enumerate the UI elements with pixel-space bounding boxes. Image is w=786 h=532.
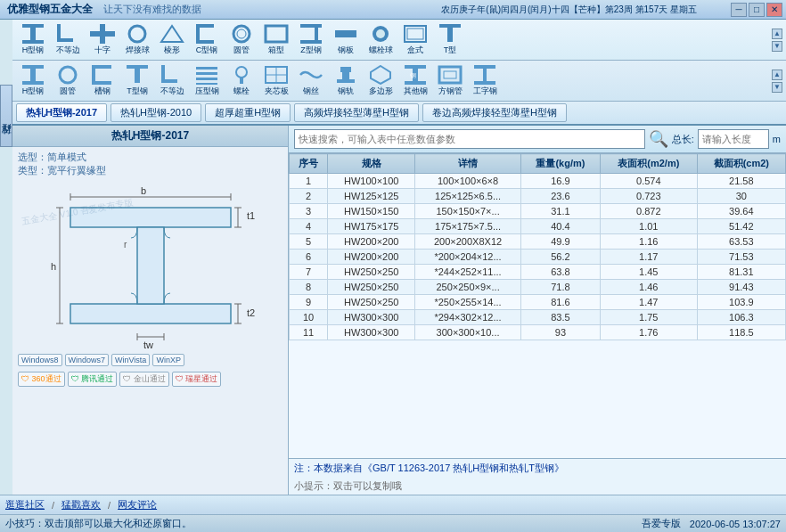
tb2-item-jiabanxin[interactable]: 夹芯板 [259,62,293,99]
table-row[interactable]: 10HW300×300*294×302×12...83.51.75106.3 [290,310,786,325]
tb1-item-budengbian[interactable]: 不等边 [51,21,85,58]
tb1-item-cxing[interactable]: C型钢 [190,21,224,58]
luoshuan-icon [228,64,255,86]
status-version: 吾爱专版 [642,517,681,530]
tb1-item-heshi[interactable]: 盒式 [398,21,432,58]
nav-link-comment[interactable]: 网友评论 [118,498,157,512]
tb2-item-canggang[interactable]: 槽钢 [86,62,119,99]
table-row[interactable]: 11HW300×300300×300×10...931.76118.5 [290,325,786,340]
nav-link-like[interactable]: 猛戳喜欢 [61,498,101,512]
subtype-tab-1[interactable]: 热轧H型钢-2010 [111,103,201,122]
tb2-item-qitagang[interactable]: 钢 其他钢 [398,62,432,99]
svg-rect-16 [315,28,318,40]
search-bar: 🔍 总长: m [289,126,786,153]
tb2-item-txing2[interactable]: T型钢 [120,62,154,99]
data-table-container[interactable]: 序号 规格 详情 重量(kg/m) 表面积(m2/m) 截面积(cm2) 1HW… [289,153,786,458]
table-cell: 63.8 [520,265,600,280]
yaxing-icon [193,64,220,86]
table-row[interactable]: 9HW250×250*250×255×14...81.61.47103.9 [290,295,786,310]
os-badge-win8: Windows8 [18,354,62,366]
tb1-item-shizi[interactable]: 十字 [86,21,119,58]
table-row[interactable]: 7HW250×250*244×252×11...63.81.4581.31 [290,265,786,280]
tb1-item-luoshuanqiu[interactable]: 螺栓球 [364,21,397,58]
toolbar1-nav-up[interactable]: ▲ [772,29,782,39]
tb2-item-yaxing[interactable]: 压型钢 [190,62,224,99]
svg-rect-25 [22,65,44,69]
search-input[interactable] [294,129,645,149]
svg-rect-27 [30,69,36,81]
table-cell: 81.31 [697,265,785,280]
subtype-tab-0[interactable]: 热轧H型钢-2017 [16,103,107,122]
tb2-item-luoshuan[interactable]: 螺栓 [225,62,258,99]
data-table: 序号 规格 详情 重量(kg/m) 表面积(m2/m) 截面积(cm2) 1HW… [289,153,786,340]
tb1-item-zxing[interactable]: Z型钢 [294,21,328,58]
tb1-item-yuanguan[interactable]: 圆管 [225,21,258,58]
tb2-item-hxing[interactable]: H型钢 [16,62,50,99]
hxing2-icon [20,64,46,86]
tb1-item-txing[interactable]: T型 [433,21,467,58]
subtype-tab-2[interactable]: 超厚超重H型钢 [205,103,291,122]
table-row[interactable]: 8HW250×250250×250×9×...71.81.4691.43 [290,280,786,295]
table-cell: 21.58 [697,174,785,189]
minimize-button[interactable]: ─ [731,3,747,17]
svg-point-40 [236,67,247,78]
verify-360: 🛡 360通过 [18,372,65,387]
xingcai-tab[interactable]: 型材 [0,85,12,147]
table-cell: HW250×250 [328,265,415,280]
svg-rect-22 [407,29,423,39]
table-cell: HW150×150 [328,204,415,219]
table-cell: 1.01 [600,219,697,234]
table-cell: 106.3 [697,310,785,325]
table-row[interactable]: 1HW100×100100×100×6×816.90.57421.58 [290,174,786,189]
jiabanxin-label: 夹芯板 [265,86,289,97]
nav-link-forum[interactable]: 逛逛社区 [5,498,45,512]
xiangxing-label: 箱型 [268,45,284,56]
search-icon[interactable]: 🔍 [649,129,668,149]
tb1-item-hanjiequiu[interactable]: 焊接球 [120,21,154,58]
status-datetime: 2020-06-05 13:07:27 [690,519,781,529]
subtype-tab-3[interactable]: 高频焊接轻型薄壁H型钢 [294,103,419,122]
ganggui-icon [332,64,359,86]
table-row[interactable]: 3HW150×150150×150×7×...31.10.87239.64 [290,204,786,219]
maximize-button[interactable]: □ [749,3,765,17]
table-cell: 0.723 [600,189,697,204]
toolbar2-nav-up[interactable]: ▲ [772,70,782,80]
status-bar: 小技巧：双击顶部可以最大化和还原窗口。 吾爱专版 2020-06-05 13:0… [0,514,786,532]
luoshuan-label: 螺栓 [233,86,250,97]
table-row[interactable]: 2HW125×125125×125×6.5...23.60.72330 [290,189,786,204]
table-row[interactable]: 6HW200×200*200×204×12...56.21.1771.53 [290,250,786,265]
tb2-item-ganggui[interactable]: 钢轨 [329,62,363,99]
col-header-weight: 重量(kg/m) [520,154,600,174]
tb1-item-xiangxing[interactable]: 箱型 [259,21,293,58]
table-cell: *294×302×12... [415,310,521,325]
svg-text:钢: 钢 [409,72,416,78]
tb2-item-budengbian2[interactable]: 不等边 [155,62,189,99]
tb2-item-fanganguan[interactable]: 方钢管 [433,62,467,99]
tb1-item-leng[interactable]: 棱形 [155,21,189,58]
xiangxing-icon [263,23,290,45]
table-cell: 9 [290,295,328,310]
toolbar1-nav-down[interactable]: ▼ [772,41,782,52]
table-cell: 8 [290,280,328,295]
tb1-item-gangban[interactable]: 钢板 [329,21,363,58]
table-row[interactable]: 5HW200×200200×200X8X1249.91.1663.53 [290,234,786,250]
tb2-item-gangsi[interactable]: 钢丝 [294,62,328,99]
tb2-item-gongzixing[interactable]: 工字钢 [468,62,502,99]
subtype-tab-4[interactable]: 卷边高频焊接轻型薄壁H型钢 [422,103,567,122]
toolbar2-nav-down[interactable]: ▼ [772,82,782,93]
tb1-item-hxing[interactable]: H型钢 [16,21,50,58]
table-note: 注：本数据来自《GB/T 11263-2017 热轧H型钢和热轧T型钢》 [289,458,786,478]
tb2-item-duobianxing[interactable]: 多边形 [364,62,397,99]
length-input[interactable] [698,129,769,149]
col-header-spec: 规格 [328,154,415,174]
table-cell: 1.16 [600,234,697,250]
main-area: 热轧H型钢-2017 选型：简单模式 类型：宽平行翼缘型 b [12,126,786,495]
window-controls: ─ □ ✕ [731,3,782,17]
table-cell: HW100×100 [328,174,415,189]
svg-marker-8 [161,26,183,42]
table-row[interactable]: 4HW175×175175×175×7.5...40.41.0151.42 [290,219,786,234]
close-button[interactable]: ✕ [766,3,782,17]
tb2-item-yuanguan[interactable]: 圆管 [51,62,85,99]
diagram-panel: 热轧H型钢-2017 选型：简单模式 类型：宽平行翼缘型 b [12,126,289,495]
svg-rect-54 [444,71,456,78]
